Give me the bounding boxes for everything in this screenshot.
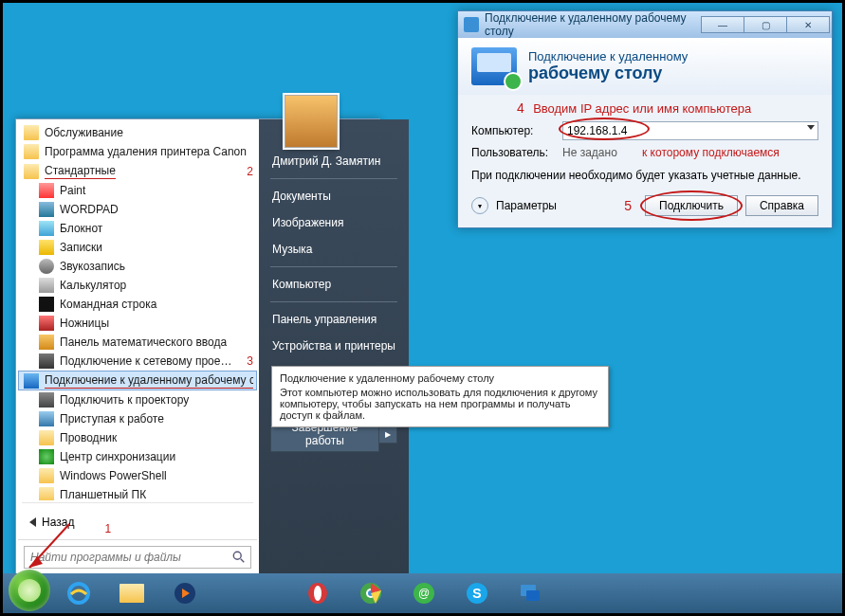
taskbar-ie[interactable] <box>54 577 103 609</box>
label: Подключение к сетевому проектору <box>60 353 235 369</box>
taskbar-mail[interactable]: @ <box>399 577 449 609</box>
label: Звукозапись <box>60 259 253 274</box>
app-notepad[interactable]: Блокнот <box>18 219 257 238</box>
app-wordpad[interactable]: WORDPAD <box>18 200 257 219</box>
banner-line1: Подключение к удаленному <box>528 49 688 63</box>
rdp-window: Подключение к удаленному рабочему столу … <box>457 10 833 228</box>
scissors-icon <box>39 316 54 331</box>
dropdown-icon[interactable] <box>807 125 815 130</box>
folder-maintenance[interactable]: Обслуживание <box>18 123 257 142</box>
label: Подключение к удаленному рабочему сто... <box>45 372 253 389</box>
label: Командная строка <box>60 297 253 312</box>
getstarted-icon <box>39 411 54 426</box>
wordpad-icon <box>39 202 54 217</box>
desktop[interactable]: Обслуживание Программа удаления принтера… <box>3 3 842 613</box>
options-toggle[interactable]: ▾ <box>471 197 488 214</box>
label: Приступая к работе <box>60 411 253 426</box>
projector2-icon <box>39 392 54 408</box>
svg-rect-17 <box>526 590 540 601</box>
tooltip: Подключение к удаленному рабочему столу … <box>271 366 609 427</box>
app-proj[interactable]: Подключить к проектору <box>18 390 257 409</box>
cmd-icon <box>39 297 54 312</box>
taskbar: @ S <box>3 573 842 613</box>
app-soundrec[interactable]: Звукозапись <box>18 257 257 276</box>
taskbar-opera[interactable] <box>293 577 342 609</box>
taskbar-explorer[interactable] <box>107 577 156 609</box>
maximize-button[interactable]: ▢ <box>744 16 787 33</box>
start-button[interactable] <box>9 570 50 611</box>
link-pictures[interactable]: Изображения <box>270 209 397 236</box>
tooltip-body: Этот компьютер можно использовать для по… <box>280 387 600 421</box>
app-explorer[interactable]: Проводник <box>18 428 257 447</box>
explorer-icon <box>39 430 54 445</box>
folder-accessories[interactable]: Стандартные 2 <box>18 161 257 181</box>
label: Калькулятор <box>60 278 253 293</box>
folder-icon <box>119 584 144 603</box>
app-getstarted[interactable]: Приступая к работе <box>18 409 257 428</box>
titlebar[interactable]: Подключение к удаленному рабочему столу … <box>458 11 832 38</box>
app-netproj[interactable]: Подключение к сетевому проектору 3 <box>18 352 257 371</box>
user-avatar[interactable] <box>285 95 338 148</box>
start-menu: Обслуживание Программа удаления принтера… <box>15 118 380 577</box>
help-button[interactable]: Справка <box>745 195 818 216</box>
label: Планшетный ПК <box>60 487 253 500</box>
stickynotes-icon <box>39 240 54 255</box>
minimize-button[interactable]: — <box>701 16 744 33</box>
close-button[interactable]: ✕ <box>786 16 830 33</box>
app-mathinput[interactable]: Панель математического ввода <box>18 333 257 352</box>
user-label: Пользователь: <box>471 146 555 159</box>
notepad-icon <box>39 221 54 236</box>
app-calc[interactable]: Калькулятор <box>18 276 257 295</box>
search-input[interactable] <box>24 546 251 569</box>
options-label[interactable]: Параметры <box>496 199 557 212</box>
app-paint[interactable]: Paint <box>18 181 257 200</box>
app-stickynotes[interactable]: Записки <box>18 238 257 257</box>
folder-icon <box>39 468 54 483</box>
link-music[interactable]: Музыка <box>270 236 397 263</box>
label: Ножницы <box>60 316 253 331</box>
folder-powershell[interactable]: Windows PowerShell <box>18 466 257 485</box>
label: Центр синхронизации <box>60 449 253 464</box>
label: Блокнот <box>60 221 253 236</box>
projector-icon <box>39 353 54 369</box>
connect-button[interactable]: Подключить <box>645 195 738 216</box>
link-controlpanel[interactable]: Панель управления <box>270 306 397 333</box>
label: Windows PowerShell <box>60 468 253 483</box>
shutdown-menu-button[interactable]: ▶ <box>379 426 397 444</box>
app-rdp[interactable]: Подключение к удаленному рабочему сто... <box>18 371 257 390</box>
annotation-2: 2 <box>247 164 253 179</box>
label: Записки <box>60 240 253 255</box>
search-area <box>18 539 257 574</box>
annotation-3: 3 <box>247 353 253 369</box>
banner-line2: рабочему столу <box>528 63 688 83</box>
annotation-side: к которому подключаемся <box>642 146 780 159</box>
label: Подключить к проектору <box>60 392 253 408</box>
label: Назад <box>42 516 74 529</box>
app-cmd[interactable]: Командная строка <box>18 295 257 314</box>
taskbar-mediaplayer[interactable] <box>160 577 210 609</box>
annotation-4-num: 4 <box>517 100 524 116</box>
folder-canon[interactable]: Программа удаления принтера Canon <box>18 142 257 161</box>
folder-tablet[interactable]: Планшетный ПК <box>18 485 257 500</box>
user-name[interactable]: Дмитрий Д. Замятин <box>270 148 397 174</box>
svg-point-8 <box>314 586 321 601</box>
app-sync[interactable]: Центр синхронизации <box>18 447 257 466</box>
folder-icon <box>24 164 39 179</box>
taskbar-skype[interactable]: S <box>452 577 502 609</box>
taskbar-chrome[interactable] <box>346 577 395 609</box>
label: Paint <box>60 183 253 198</box>
computer-input[interactable] <box>562 121 818 140</box>
label: Обслуживание <box>45 125 253 140</box>
link-documents[interactable]: Документы <box>270 183 397 209</box>
calc-icon <box>39 278 54 293</box>
banner: Подключение к удаленному рабочему столу <box>458 38 832 95</box>
back-arrow-icon <box>29 517 36 527</box>
app-snipping[interactable]: Ножницы <box>18 314 257 333</box>
taskbar-rdp[interactable] <box>505 577 555 609</box>
rdp-app-icon <box>464 17 479 32</box>
label: WORDPAD <box>60 202 253 217</box>
link-computer[interactable]: Компьютер <box>270 271 397 298</box>
link-devices[interactable]: Устройства и принтеры <box>270 333 397 359</box>
back-button[interactable]: Назад 1 <box>18 505 257 539</box>
label: Стандартные <box>45 163 224 179</box>
